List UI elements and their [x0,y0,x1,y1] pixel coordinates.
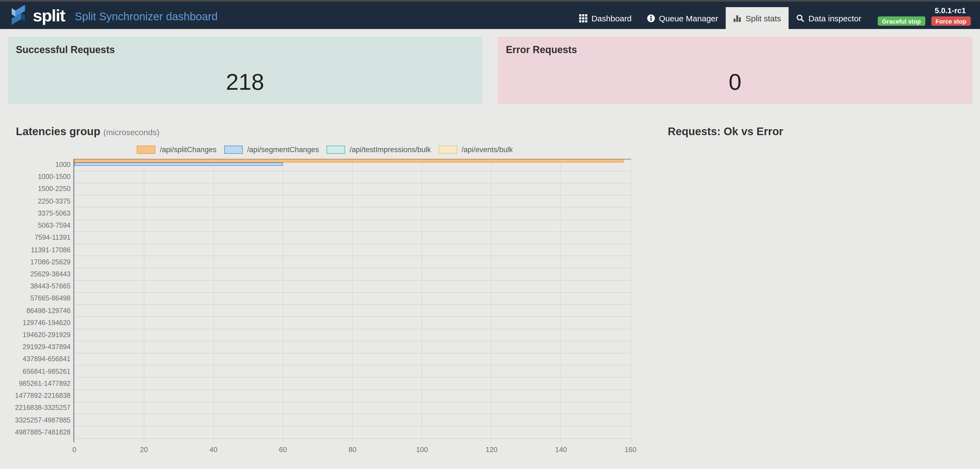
latency-chart-plot: 020406080100120140160 [75,159,630,438]
y-axis-label: 985261-1477892 [0,378,70,390]
x-axis-label: 140 [547,445,575,454]
y-axis-label: 3325257-4987885 [0,414,70,426]
brand-name: split [33,6,65,26]
legend-label: /api/segmentChanges [247,145,319,154]
card-title: Error Requests [498,37,972,56]
x-axis-label: 160 [617,445,644,454]
legend-label: /api/events/bulk [461,145,513,154]
bar-chart-icon [733,14,742,22]
y-axis-label: 291929-437894 [0,341,70,353]
x-axis-label: 80 [339,445,366,454]
gridline [283,159,283,442]
gridline [492,159,492,442]
latency-chart-title: Latencies group (microseconds) [16,125,650,138]
gridline [213,159,214,442]
tab-split-stats[interactable]: Split stats [726,7,789,29]
latency-chart: 10001000-15001500-22502250-33753375-5063… [0,159,650,460]
legend-swatch [137,145,156,154]
split-logo [9,4,28,28]
y-axis-label: 1000 [0,159,70,171]
app-title: Split Synchronizer dashboard [75,10,218,23]
legend-swatch [224,145,243,154]
main-nav: Dashboard Queue Manager [572,7,869,29]
x-axis-label: 100 [408,445,436,454]
y-axis-label: 194620-291929 [0,329,70,341]
stop-buttons: Graceful stop Force stop [878,16,971,26]
latency-chart-section: Latencies group (microseconds) /api/spli… [0,125,650,460]
y-axis-label: 11391-17086 [0,244,70,256]
y-axis-label: 57665-86498 [0,292,70,305]
x-axis-label: 60 [269,445,297,454]
metric-cards-row: Successful Requests 218 Error Requests 0 [0,37,980,104]
gridline [352,159,353,442]
nav-item-queue-manager[interactable]: Queue Manager [639,7,726,29]
y-axis-label: 25629-38443 [0,268,70,280]
chart-bar [75,159,624,162]
charts-row: Latencies group (microseconds) /api/spli… [0,125,980,460]
latency-title-unit: (microseconds) [103,128,159,137]
legend-item: /api/splitChanges [137,145,216,154]
y-axis-line [73,159,75,442]
y-axis: 10001000-15001500-22502250-33753375-5063… [0,159,70,438]
legend-label: /api/testImpressions/bulk [350,145,431,154]
y-axis-label: 7594-11391 [0,232,70,244]
page: split Split Synchronizer dashboard Dashb… [0,0,980,469]
y-axis-label: 2216838-3325257 [0,402,70,414]
legend-item: /api/testImpressions/bulk [327,145,431,154]
x-axis-label: 40 [200,445,227,454]
gridline [422,159,422,442]
brand-block: split Split Synchronizer dashboard [9,4,218,28]
card-value: 218 [8,69,482,95]
successful-requests-card: Successful Requests 218 [8,37,482,104]
y-axis-label: 3375-5063 [0,207,70,219]
y-axis-label: 4987885-7481828 [0,426,70,438]
y-axis-label: 5063-7594 [0,219,70,231]
x-axis-label: 120 [478,445,505,454]
version-label: 5.0.1-rc1 [935,6,966,15]
nav-item-label: Queue Manager [659,13,718,23]
nav-item-label: Dashboard [592,13,632,23]
y-axis-label: 1500-2250 [0,183,70,195]
gridline [143,159,144,442]
header: split Split Synchronizer dashboard Dashb… [0,2,980,29]
nav-item-data-inspector[interactable]: Data inspector [789,7,869,29]
requests-chart-title: Requests: Ok vs Error [668,125,980,138]
card-title: Successful Requests [8,37,482,56]
y-axis-label: 2250-3375 [0,195,70,207]
y-axis-label: 86498-129746 [0,305,70,317]
legend-swatch [327,145,345,154]
nav-item-label: Data inspector [808,13,861,23]
nav-item-dashboard[interactable]: Dashboard [572,7,639,29]
card-value: 0 [498,69,972,95]
legend-swatch [439,145,457,154]
grid-icon [579,14,588,22]
search-icon [797,14,805,22]
gridline [630,159,631,442]
graceful-stop-button[interactable]: Graceful stop [878,16,925,26]
y-axis-label: 17086-25629 [0,256,70,268]
legend-label: /api/splitChanges [160,145,216,154]
y-axis-label: 1477892-2216838 [0,390,70,402]
y-axis-label: 1000-1500 [0,171,70,183]
y-axis-label: 38443-57665 [0,280,70,292]
error-requests-card: Error Requests 0 [498,37,972,104]
requests-chart-section: Requests: Ok vs Error [650,125,980,460]
nav-item-label: Split stats [746,13,781,23]
y-axis-label: 437894-656841 [0,353,70,365]
y-axis-label: 656841-985261 [0,365,70,377]
x-axis-label: 0 [61,445,88,454]
chart-bar [75,162,283,166]
legend-item: /api/events/bulk [439,145,513,154]
force-stop-button[interactable]: Force stop [931,16,971,26]
x-axis-label: 20 [130,445,158,454]
gridline [561,159,562,442]
latency-title-text: Latencies group [16,125,100,137]
chart-legend: /api/splitChanges/api/segmentChanges/api… [0,145,650,154]
info-icon [647,14,655,22]
y-axis-label: 129746-194620 [0,317,70,329]
legend-item: /api/segmentChanges [224,145,319,154]
